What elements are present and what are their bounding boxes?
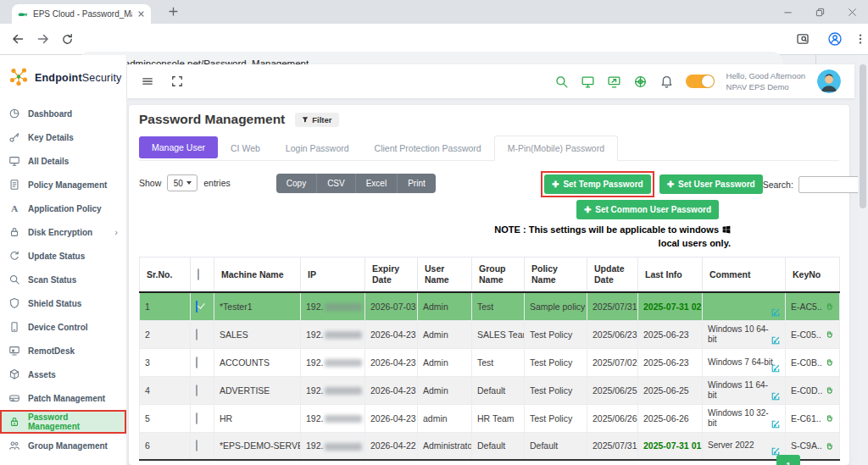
tab-item[interactable]: M-Pin(Mobile) Password: [494, 136, 618, 161]
header-comment[interactable]: Comment: [703, 257, 786, 293]
cell-checkbox[interactable]: [191, 376, 214, 404]
pagination-page-button[interactable]: 1: [776, 455, 800, 465]
search-tabs-icon[interactable]: [793, 30, 812, 48]
export-button[interactable]: Copy: [276, 174, 317, 193]
page-length-select[interactable]: 50: [167, 174, 198, 191]
screen-share-icon[interactable]: [607, 75, 621, 89]
table-row[interactable]: 6 *EPS-DEMO-SERVER 192. 2026-04-22 Admin…: [140, 432, 840, 460]
export-button[interactable]: Excel: [356, 174, 398, 193]
header-select-all[interactable]: [191, 257, 214, 293]
back-icon[interactable]: [8, 30, 27, 48]
cell-checkbox[interactable]: [191, 292, 214, 320]
remote-hand-icon[interactable]: [825, 357, 834, 367]
sidebar-item[interactable]: Device Control: [0, 315, 126, 339]
table-row[interactable]: 4 ADVERTISE 192. 2026-04-23 Admin Defaul…: [140, 376, 840, 404]
table-row[interactable]: 3 ACCOUNTS 192. 2026-04-23 Admin Test Te…: [140, 348, 840, 376]
sidebar-item[interactable]: Policy Management: [0, 173, 126, 197]
remote-hand-icon[interactable]: [825, 441, 834, 451]
edit-comment-icon[interactable]: [771, 391, 781, 401]
window-close-icon[interactable]: [836, 0, 868, 24]
cell-user-name: Administrator: [418, 432, 472, 460]
reload-icon[interactable]: [58, 30, 76, 48]
export-button[interactable]: CSV: [317, 174, 356, 193]
cell-checkbox[interactable]: [191, 348, 214, 376]
sidebar-item[interactable]: Key Details: [0, 125, 126, 149]
hamburger-menu-icon[interactable]: [141, 75, 154, 87]
cell-policy-name: Test Policy: [525, 320, 587, 348]
sidebar-item[interactable]: Disk Encryption ›: [0, 220, 126, 244]
fullscreen-icon[interactable]: [171, 75, 183, 87]
sidebar-item[interactable]: Assets: [0, 363, 126, 386]
row-checkbox[interactable]: [196, 357, 198, 368]
search-icon[interactable]: [554, 75, 569, 89]
edit-comment-icon[interactable]: [771, 307, 781, 318]
tab-item[interactable]: CI Web: [218, 136, 273, 160]
remote-hand-icon[interactable]: [825, 413, 834, 423]
header-update-date[interactable]: Update Date: [587, 257, 638, 293]
tab-close-icon[interactable]: [137, 10, 145, 18]
svg-text:A: A: [11, 203, 19, 213]
table-row[interactable]: 5 HR 192. 2026-04-23 admin HR Team Test …: [140, 404, 840, 432]
tab-item[interactable]: Login Password: [273, 136, 362, 160]
edit-comment-icon[interactable]: [771, 363, 781, 374]
browser-tab[interactable]: EPS Cloud - Password_Manage: [12, 4, 151, 24]
patch-icon: [8, 392, 20, 404]
header-last-info[interactable]: Last Info: [638, 257, 703, 293]
cell-checkbox[interactable]: [191, 432, 214, 460]
toggle-switch[interactable]: [686, 75, 715, 88]
export-button[interactable]: Print: [398, 174, 436, 193]
row-checkbox[interactable]: [196, 412, 198, 424]
edit-comment-icon[interactable]: [771, 335, 781, 346]
globe-icon[interactable]: [633, 75, 648, 89]
cell-checkbox[interactable]: [191, 404, 214, 432]
row-checkbox[interactable]: [196, 329, 198, 340]
filter-button[interactable]: Filter: [295, 113, 338, 127]
header-user-name[interactable]: User Name: [418, 257, 472, 293]
header-keyno[interactable]: KeyNo: [786, 257, 840, 293]
sidebar-item[interactable]: All Details: [0, 149, 126, 173]
tab-item[interactable]: Manage User: [139, 136, 218, 158]
bell-icon[interactable]: [659, 75, 674, 89]
tab-item[interactable]: Client Protection Password: [362, 136, 494, 160]
sidebar-item[interactable]: Scan Status: [0, 268, 126, 291]
header-srno[interactable]: Sr.No.: [140, 257, 191, 293]
cell-machine-name: *EPS-DEMO-SERVER: [214, 432, 301, 460]
sidebar-item[interactable]: Shield Status: [0, 291, 126, 315]
window-restore-icon[interactable]: [804, 0, 836, 24]
set-common-user-password-button[interactable]: ✚Set Common User Password: [576, 200, 719, 219]
sidebar-item[interactable]: Dashboard: [0, 102, 126, 125]
profile-icon[interactable]: [826, 30, 844, 48]
monitor-icon[interactable]: [581, 75, 595, 89]
table-row[interactable]: 2 SALES 192. 2026-04-23 Admin SALES Team…: [140, 320, 840, 348]
sidebar-item[interactable]: Patch Management: [0, 386, 126, 410]
refresh-icon: [8, 250, 20, 262]
sidebar-item[interactable]: A Application Policy: [0, 197, 126, 220]
forward-icon[interactable]: [34, 30, 53, 48]
row-checkbox[interactable]: [196, 301, 198, 313]
table-row[interactable]: 1 *Tester1 192. 2026-07-03 Admin Test Sa…: [140, 292, 840, 320]
sidebar-item[interactable]: RemotDesk: [0, 339, 126, 363]
sidebar-item[interactable]: Update Status: [0, 244, 126, 268]
select-all-checkbox[interactable]: [198, 268, 199, 280]
remote-hand-icon[interactable]: [825, 329, 834, 339]
sidebar-item[interactable]: Group Management: [0, 434, 126, 457]
row-checkbox[interactable]: [196, 440, 198, 451]
scrollbar-thumb[interactable]: [860, 64, 866, 208]
header-machine-name[interactable]: Machine Name: [214, 257, 301, 293]
header-group-name[interactable]: Group Name: [472, 257, 525, 293]
cell-checkbox[interactable]: [191, 320, 214, 348]
remote-hand-icon[interactable]: [825, 385, 834, 395]
browser-menu-icon[interactable]: [851, 30, 868, 48]
header-policy-name[interactable]: Policy Name: [525, 257, 587, 293]
new-tab-button[interactable]: [168, 6, 179, 17]
sidebar-item[interactable]: Password Management: [0, 410, 126, 434]
set-temp-password-button[interactable]: ✚Set Temp Password: [544, 174, 651, 194]
remote-hand-icon[interactable]: [825, 302, 834, 311]
header-expiry-date[interactable]: Expiry Date: [365, 257, 418, 293]
avatar[interactable]: [817, 69, 841, 93]
edit-comment-icon[interactable]: [771, 419, 781, 429]
header-ip[interactable]: IP: [301, 257, 365, 293]
window-minimize-icon[interactable]: [771, 0, 804, 24]
row-checkbox[interactable]: [196, 385, 198, 396]
set-user-password-button[interactable]: ✚Set User Password: [659, 174, 763, 194]
